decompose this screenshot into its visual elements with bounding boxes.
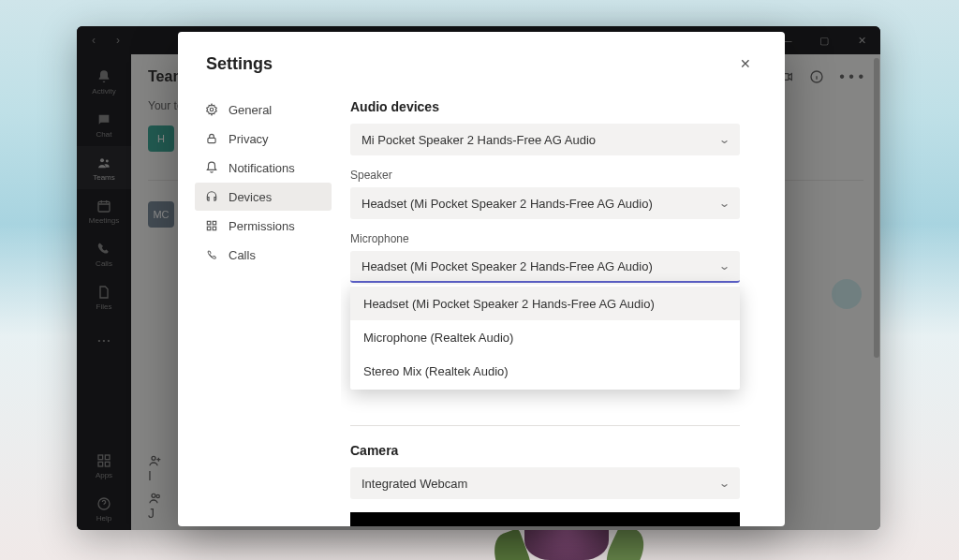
phone-icon — [204, 248, 219, 261]
dialog-title: Settings — [206, 54, 273, 74]
dropdown-value: Integrated Webcam — [361, 477, 467, 491]
microphone-dropdown-list: Headset (Mi Pocket Speaker 2 Hands-Free … — [350, 285, 740, 390]
gear-icon — [204, 103, 219, 116]
audio-devices-heading: Audio devices — [350, 99, 740, 114]
speaker-dropdown[interactable]: Headset (Mi Pocket Speaker 2 Hands-Free … — [350, 187, 740, 219]
nav-label: Devices — [229, 190, 272, 204]
dropdown-value: Mi Pocket Speaker 2 Hands-Free AG Audio — [361, 133, 596, 147]
settings-content: Audio devices Mi Pocket Speaker 2 Hands-… — [341, 88, 785, 526]
nav-privacy[interactable]: Privacy — [195, 125, 332, 153]
microphone-option[interactable]: Stereo Mix (Realtek Audio) — [350, 354, 740, 388]
nav-label: Permissions — [229, 219, 295, 233]
microphone-dropdown[interactable]: Headset (Mi Pocket Speaker 2 Hands-Free … — [350, 251, 740, 283]
divider — [350, 425, 740, 426]
nav-notifications[interactable]: Notifications — [195, 154, 332, 182]
chevron-down-icon: ⌄ — [718, 197, 730, 210]
audio-devices-dropdown[interactable]: Mi Pocket Speaker 2 Hands-Free AG Audio … — [350, 124, 740, 155]
svg-rect-17 — [207, 227, 211, 230]
nav-general[interactable]: General — [195, 96, 332, 124]
dialog-close-button[interactable]: ✕ — [734, 52, 757, 75]
nav-permissions[interactable]: Permissions — [195, 212, 332, 240]
dropdown-value: Headset (Mi Pocket Speaker 2 Hands-Free … — [361, 197, 653, 211]
scrollbar-thumb[interactable] — [874, 58, 879, 358]
chevron-down-icon: ⌄ — [718, 477, 730, 490]
chevron-down-icon: ⌄ — [718, 259, 730, 273]
svg-rect-14 — [208, 138, 215, 142]
microphone-option[interactable]: Headset (Mi Pocket Speaker 2 Hands-Free … — [350, 287, 740, 320]
chevron-down-icon: ⌄ — [718, 133, 730, 146]
microphone-label: Microphone — [350, 232, 740, 245]
speaker-label: Speaker — [350, 169, 740, 182]
grid-icon — [204, 219, 219, 232]
nav-devices[interactable]: Devices — [195, 183, 332, 211]
camera-heading: Camera — [350, 443, 740, 458]
svg-point-13 — [210, 108, 214, 111]
camera-dropdown[interactable]: Integrated Webcam ⌄ — [350, 467, 740, 499]
nav-label: General — [229, 103, 272, 117]
nav-calls[interactable]: Calls — [195, 241, 332, 269]
nav-label: Notifications — [229, 161, 295, 175]
bell-icon — [204, 161, 219, 174]
headset-icon — [204, 190, 219, 203]
lock-icon — [204, 132, 219, 145]
microphone-option[interactable]: Microphone (Realtek Audio) — [350, 320, 740, 354]
svg-rect-15 — [207, 221, 211, 225]
nav-label: Privacy — [229, 132, 269, 146]
settings-dialog: Settings ✕ General Privacy Notifications… — [178, 32, 785, 526]
svg-rect-18 — [213, 227, 216, 230]
camera-preview — [350, 512, 740, 526]
svg-rect-16 — [213, 221, 216, 225]
dropdown-value: Headset (Mi Pocket Speaker 2 Hands-Free … — [361, 259, 653, 273]
settings-nav: General Privacy Notifications Devices Pe… — [178, 88, 341, 526]
nav-label: Calls — [229, 248, 256, 262]
